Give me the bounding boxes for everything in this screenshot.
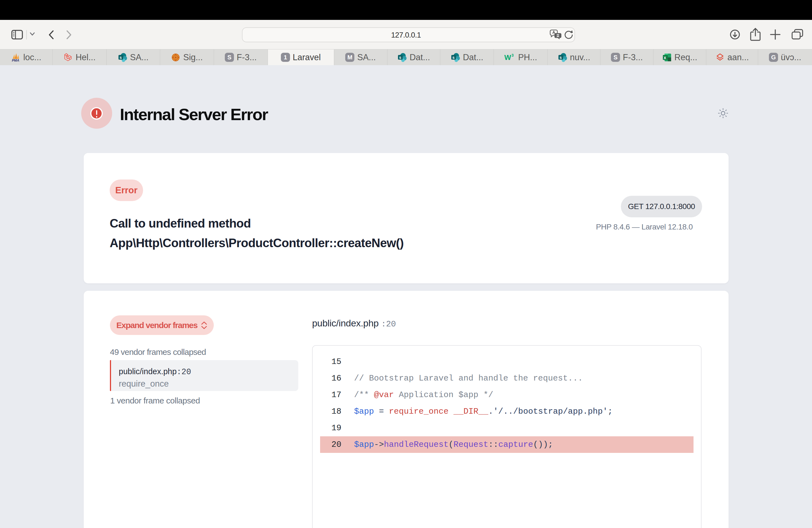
svg-text:s: s	[560, 55, 562, 59]
svg-text:x: x	[664, 55, 666, 60]
svg-text:s: s	[452, 55, 454, 59]
svg-text:3: 3	[511, 53, 514, 57]
svg-text:s: s	[399, 55, 401, 59]
svg-text:W: W	[504, 53, 511, 62]
svg-text:PMA: PMA	[12, 59, 19, 62]
svg-text:s: s	[120, 55, 122, 59]
